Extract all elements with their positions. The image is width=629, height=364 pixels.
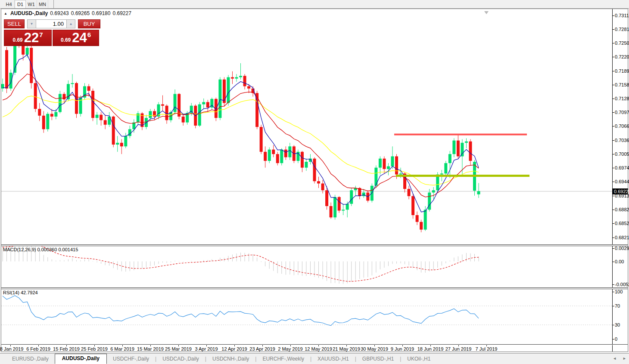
price-tick xyxy=(613,154,614,154)
symbol-tab-eurusd[interactable]: EURUSD-,Daily xyxy=(6,354,55,364)
buy-price-sup: 6 xyxy=(87,31,91,38)
tab-scroll-right-button[interactable]: ► xyxy=(623,356,626,361)
ohlc-open: 0.69243 xyxy=(50,10,69,16)
price-tick xyxy=(613,223,614,224)
rsi-tick xyxy=(613,306,614,306)
current-price-badge: 0.69227 xyxy=(613,188,628,194)
volume-decrease-button[interactable]: ▼ xyxy=(27,19,36,28)
date-tick-label: 27 Jun 2019 xyxy=(445,346,472,352)
date-tick-label: 3 Apr 2019 xyxy=(195,346,218,352)
price-tick-label: 0.71585 xyxy=(615,82,629,87)
date-axis[interactable]: 28 Jan 20196 Feb 201915 Feb 201925 Feb 2… xyxy=(1,345,628,352)
price-tick-label: 0.68520 xyxy=(615,221,629,226)
symbol-tab-usdchf[interactable]: USDCHF-,Daily xyxy=(107,354,155,364)
price-tick-label: 0.70970 xyxy=(615,110,629,115)
sell-price-sup: 7 xyxy=(39,31,43,38)
symbol-tab-usdcnh[interactable]: USDCNH-,Daily xyxy=(206,354,255,364)
macd-tick xyxy=(613,284,614,285)
chart-header: ▲ AUDUSD-,Daily 0.69243 0.69265 0.69180 … xyxy=(4,10,131,16)
axis-corner-line xyxy=(612,345,613,352)
price-tick-label: 0.69440 xyxy=(615,179,629,184)
price-tick xyxy=(613,112,614,113)
macd-axis[interactable]: 0.0029840.00-0.005255 xyxy=(612,246,628,287)
price-tick-label: 0.70360 xyxy=(615,138,629,143)
macd-tick xyxy=(613,248,614,249)
price-tick-label: 0.73115 xyxy=(615,13,629,18)
symbol-tab-gbpusd[interactable]: GBPUSD-,H1 xyxy=(356,354,400,364)
mt4-window: H4D1W1MN ▲ AUDUSD-,Daily 0.69243 0.69265… xyxy=(0,0,629,364)
price-tick xyxy=(613,71,614,71)
buy-button[interactable]: BUY xyxy=(78,19,100,28)
price-tick xyxy=(613,99,614,99)
volume-increase-button[interactable]: ▲ xyxy=(66,19,75,28)
date-tick-label: 23 Apr 2019 xyxy=(249,346,275,352)
symbol-tab-audusd[interactable]: AUDUSD-,Daily xyxy=(55,354,107,364)
chart-window: ▲ AUDUSD-,Daily 0.69243 0.69265 0.69180 … xyxy=(1,9,628,352)
buy-quote-box[interactable]: 0.69 24 6 xyxy=(53,30,99,46)
symbol-tab-usdcad[interactable]: USDCAD-,Daily xyxy=(156,354,205,364)
price-tick xyxy=(613,57,614,57)
price-tick-label: 0.72200 xyxy=(615,54,629,59)
price-tick-label: 0.69745 xyxy=(615,165,629,170)
one-click-trade-panel: SELL ▼ ▲ BUY 0.69 22 7 0.69 24 6 xyxy=(4,19,100,46)
price-tick xyxy=(613,43,614,43)
ohlc-close: 0.69227 xyxy=(112,10,131,16)
rsi-tick-label: 0 xyxy=(615,336,617,342)
tab-scroll-left-button[interactable]: ◄ xyxy=(613,356,617,361)
sell-quote-box[interactable]: 0.69 22 7 xyxy=(4,30,52,46)
price-tick-label: 0.71890 xyxy=(615,68,629,74)
rsi-tick-label: 70 xyxy=(615,303,620,308)
macd-tick-label: -0.005255 xyxy=(615,282,629,287)
support-hline[interactable] xyxy=(396,175,529,177)
date-tick-label: 12 Apr 2019 xyxy=(221,346,247,352)
macd-tick-label: 0.002984 xyxy=(615,246,629,251)
price-tick xyxy=(613,140,614,141)
price-tick-label: 0.70050 xyxy=(615,151,629,157)
timeframe-button-w1[interactable]: W1 xyxy=(26,0,37,8)
candlesticks xyxy=(1,32,480,232)
ma-mid-line xyxy=(3,74,479,197)
resistance-hline[interactable] xyxy=(394,134,527,136)
chart-shift-marker-icon[interactable] xyxy=(484,11,489,14)
tab-scroll-controls: ◄ ► xyxy=(613,356,626,361)
macd-canvas[interactable] xyxy=(1,246,612,287)
timeframe-button-mn[interactable]: MN xyxy=(37,0,48,8)
date-tick-label: 18 Jun 2019 xyxy=(417,346,444,352)
rsi-canvas[interactable] xyxy=(1,289,612,344)
rsi-axis[interactable]: 10070300 xyxy=(612,289,628,344)
macd-tick-label: 0.00 xyxy=(615,259,624,264)
timeframe-button-d1[interactable]: D1 xyxy=(15,0,26,8)
price-tick-label: 0.70665 xyxy=(615,123,629,129)
symbol-tab-xauusd[interactable]: XAUUSD-,H1 xyxy=(311,354,355,364)
price-tick xyxy=(613,85,614,85)
price-tick xyxy=(613,126,614,126)
price-tick-label: 0.71280 xyxy=(615,96,629,101)
volume-input[interactable] xyxy=(36,19,66,28)
price-tick-label: 0.68210 xyxy=(615,235,629,240)
price-tick-label: 0.72810 xyxy=(615,27,629,32)
symbol-tab-ukoil[interactable]: UKOil-,H1 xyxy=(401,354,436,364)
macd-pane[interactable]: MACD(12,26,9) 0.000360 0.001415 xyxy=(1,246,612,287)
date-tick-label: 25 Feb 2019 xyxy=(81,346,108,352)
timeframe-toolbar: H4D1W1MN xyxy=(0,0,629,9)
price-axis[interactable]: 0.731150.728100.725050.722000.718900.715… xyxy=(612,9,628,244)
collapse-triangle-icon[interactable]: ▲ xyxy=(4,12,7,15)
price-tick-label: 0.68825 xyxy=(615,207,629,212)
date-tick-label: 28 Jan 2019 xyxy=(0,346,23,352)
symbol-tab-eurchf[interactable]: EURCHF-,Weekly xyxy=(256,354,310,364)
sell-button[interactable]: SELL xyxy=(4,19,25,28)
date-tick-label: 30 May 2019 xyxy=(361,346,388,352)
rsi-line xyxy=(3,296,479,326)
date-tick-label: 25 Mar 2019 xyxy=(165,346,192,352)
rsi-tick-label: 30 xyxy=(615,322,620,327)
date-tick-label: 6 Mar 2019 xyxy=(110,346,134,352)
ohlc-low: 0.69180 xyxy=(92,10,110,16)
timeframe-button-h4[interactable]: H4 xyxy=(3,0,15,8)
rsi-pane[interactable]: RSI(14) 42.7924 xyxy=(1,289,612,344)
symbol-tab-bar: EURUSD-,DailyAUDUSD-,DailyUSDCHF-,Daily|… xyxy=(0,353,629,364)
date-tick-label: 7 Jul 2019 xyxy=(476,346,498,352)
price-tick xyxy=(613,196,614,196)
date-tick-label: 2 May 2019 xyxy=(278,346,302,352)
toolbar-divider xyxy=(53,0,54,8)
date-tick-label: 15 Feb 2019 xyxy=(53,346,80,352)
